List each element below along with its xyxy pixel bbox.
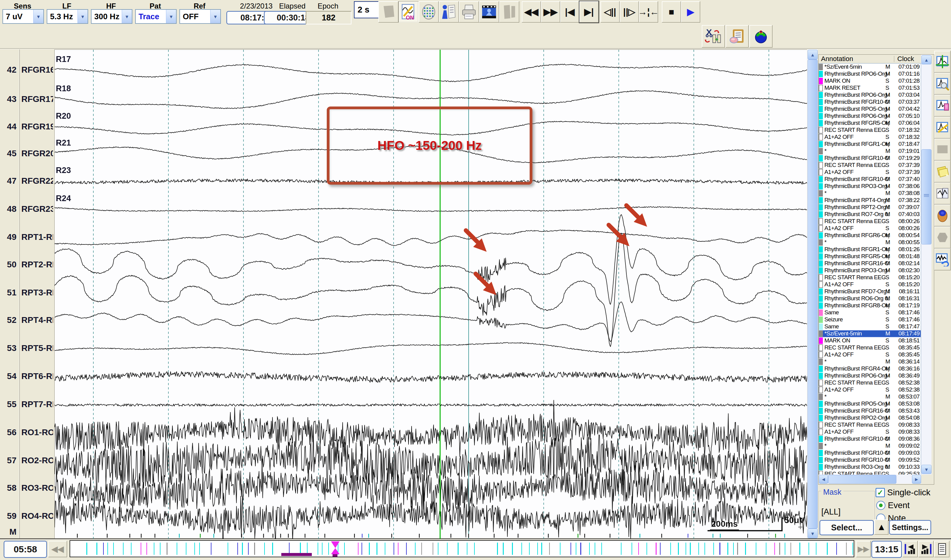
channel-row[interactable]: M [0, 527, 54, 537]
channel-row[interactable]: 51RPT3-RF [0, 288, 54, 298]
transport-center-cursor-button[interactable]: →¦← [639, 1, 658, 23]
transport-play-button[interactable]: ▶ [681, 1, 700, 23]
annotation-row[interactable]: RhythmicBurst RFGR5-Org 0M07:06:04 [819, 120, 921, 127]
field-dropdown-lf[interactable]: 5.3 Hz▼ [47, 9, 88, 24]
annotation-row[interactable]: *M08:00:55 [819, 239, 921, 246]
annotation-row[interactable]: MARK ONS07:01:28 [819, 77, 921, 85]
channel-row[interactable]: 59RO4-RO5 [0, 511, 54, 521]
split-view-icon[interactable] [934, 183, 951, 205]
channel-row[interactable]: 44RFGR19 [0, 122, 54, 132]
annotation-list[interactable]: *Sz/Event-5minM07:01:09RhythmicBurst RPO… [819, 63, 921, 475]
blank-disabled-icon[interactable] [934, 138, 951, 160]
transport-rewind-button[interactable]: ◀◀ [522, 1, 541, 23]
annotation-row[interactable]: RhythmicBurst RO3-Org 0.99M09:10:33 [819, 463, 921, 471]
channel-row[interactable]: 49RPT1-RF [0, 232, 54, 242]
annotation-row[interactable]: *M08:36:14 [819, 358, 921, 365]
channel-row[interactable]: 50RPT2-RF [0, 259, 54, 270]
marker-triangle-button[interactable]: ▲ [874, 519, 888, 535]
annotation-row[interactable]: *Sz/Event-5minM08:17:49 [819, 330, 921, 337]
transport-fast-forward-button[interactable]: ▶▶ [541, 1, 560, 23]
trend-annotate-icon[interactable] [934, 95, 951, 117]
annotation-row[interactable]: RhythmicBurst RPO5-Org 0.9M07:04:42 [819, 106, 921, 112]
annotation-row[interactable]: RhythmicBurst RPO5-Org 0.9M08:53:08 [819, 400, 921, 408]
annotation-row[interactable]: RhythmicBurst RFGR10-OrgM07:03:37 [819, 98, 921, 106]
event-list-button[interactable] [934, 541, 949, 557]
timeline-rewind-button[interactable]: ◀◀ [48, 541, 67, 557]
chevron-down-icon[interactable]: ▼ [210, 10, 220, 23]
annotation-row[interactable]: RhythmicBurst RFGR16-OrgM08:53:43 [819, 408, 921, 414]
annotation-row[interactable]: A1+A2 OFFS07:37:39 [819, 169, 921, 176]
chevron-down-icon[interactable]: ▼ [33, 10, 43, 23]
prune-clips-icon[interactable]: + [702, 25, 725, 48]
annotation-row[interactable]: *M09:09:02 [819, 443, 921, 449]
brain-topo-icon[interactable] [934, 205, 951, 226]
scroll-up-icon[interactable]: ▲ [922, 55, 931, 65]
annotation-row[interactable]: SameS08:17:46 [819, 309, 921, 316]
annotation-row[interactable]: REC START Renna EEGS08:15:20 [819, 274, 921, 281]
annotation-row[interactable]: A1+A2 OFFS08:35:45 [819, 351, 921, 358]
annotation-row[interactable]: RhythmicBurst RFGR10-OrgM09:09:03 [819, 449, 921, 457]
video-icon[interactable] [479, 1, 499, 23]
annotation-row[interactable]: RhythmicBurst RPT4-Org 0.9M07:38:22 [819, 197, 921, 204]
transport-step-back-button[interactable]: ◁|| [600, 1, 620, 23]
annotation-row[interactable]: RhythmicBurst RPO6-Org 0.9M07:03:04 [819, 92, 921, 98]
histogram-prev-button[interactable] [902, 541, 918, 557]
histogram-next-button[interactable] [918, 541, 934, 557]
field-dropdown-hf[interactable]: 300 Hz▼ [91, 9, 132, 24]
topo-sphere-icon[interactable] [749, 25, 772, 48]
field-dropdown-ref[interactable]: OFF▼ [179, 9, 221, 24]
chevron-down-icon[interactable]: ▼ [122, 10, 132, 23]
notes-icon[interactable] [934, 160, 951, 183]
annotation-row[interactable]: RhythmicBurst RPO2-Org 0.9M08:54:08 [819, 414, 921, 422]
annotation-vscrollbar[interactable]: ▲ ▼ [921, 55, 931, 475]
annotation-row[interactable]: REC START Renna EEGS08:00:26 [819, 218, 921, 225]
annotation-hscroll-thumb[interactable] [828, 475, 896, 484]
single-click-option[interactable]: ✓ Single-click [876, 488, 931, 497]
transport-go-first-button[interactable]: |◀ [560, 1, 579, 23]
transport-step-forward-button[interactable]: ||▷ [620, 1, 639, 23]
channel-row[interactable]: 55RPT7-RF [0, 399, 54, 409]
scroll-left-icon[interactable]: ◀ [819, 475, 828, 484]
annotation-row[interactable]: RhythmicBurst RFGR8-Org 0M08:17:19 [819, 302, 921, 309]
annotation-row[interactable]: RhythmicBurst RFD7-Org 0.9M08:16:11 [819, 288, 921, 295]
select-button[interactable]: Select... [820, 520, 874, 535]
trace-scroll-thumb[interactable] [808, 60, 818, 529]
channel-row[interactable]: 54RPT6-RF [0, 371, 54, 382]
trace-scrollbar[interactable]: ▲ ▼ [807, 49, 818, 538]
chevron-down-icon[interactable]: ▼ [166, 10, 176, 23]
annotation-row[interactable]: A1+A2 OFFS08:52:38 [819, 386, 921, 393]
annotation-row[interactable]: RhythmicBurst RFGR10-OrgM09:09:52 [819, 457, 921, 463]
annotation-row[interactable]: *Sz/Event-5minM07:01:09 [819, 63, 921, 71]
annotation-row[interactable]: REC START Renna EEGS07:18:32 [819, 127, 921, 134]
field-dropdown-sens[interactable]: 7 uV▼ [2, 9, 44, 24]
scroll-right-icon[interactable]: ▶ [912, 475, 921, 484]
document-disabled-icon[interactable] [379, 1, 399, 23]
annotation-row[interactable]: RhythmicBurst RFGR5-Org 0M08:01:48 [819, 253, 921, 260]
annotation-row[interactable]: REC START Renna EEGS07:37:39 [819, 162, 921, 169]
annotation-row[interactable]: REC START Renna EEGS08:52:38 [819, 379, 921, 386]
transport-stop-button[interactable]: ■ [662, 1, 681, 23]
annotation-row[interactable]: MARK RESETS07:01:53 [819, 85, 921, 92]
trace-area[interactable]: R17R18R20R21R23R24 HFO ~150-200 Hz 200ms… [54, 49, 807, 539]
scroll-down-icon[interactable]: ▼ [808, 529, 818, 538]
annotation-row[interactable]: RhythmicBurst RPO6-Org 0.9M07:01:16 [819, 71, 921, 77]
channel-row[interactable]: 45RFGR20 [0, 148, 54, 159]
trend-measure-icon[interactable] [934, 51, 951, 72]
radio-selected-icon[interactable] [876, 501, 885, 510]
annotation-hscrollbar[interactable]: ◀ ▶ [819, 475, 921, 484]
annotation-row[interactable]: RhythmicBurst RFGR4-Org 0M08:36:16 [819, 365, 921, 372]
door-disabled-icon[interactable] [499, 1, 519, 23]
annotation-row[interactable]: A1+A2 OFFS07:18:32 [819, 134, 921, 141]
annotation-row[interactable]: RhythmicBurst RPO3-Org 0.9M07:38:06 [819, 183, 921, 190]
annotation-row[interactable]: REC START Renna EEGS08:35:45 [819, 344, 921, 351]
timeline-navigator[interactable] [69, 540, 854, 557]
annotation-row[interactable]: *M07:38:08 [819, 190, 921, 197]
annotation-row[interactable]: A1+A2 OFFS08:15:20 [819, 281, 921, 288]
annotation-column-header[interactable]: Annotation [819, 55, 894, 63]
annotation-row[interactable]: RhythmicBurst RO7-Org 0.99M07:40:03 [819, 211, 921, 218]
channel-row[interactable]: 42RFGR16 [0, 65, 54, 75]
annotation-row[interactable]: MARK ONS08:18:51 [819, 337, 921, 344]
checkbox-checked-icon[interactable]: ✓ [876, 488, 885, 497]
annotation-row[interactable]: RhythmicBurst RFGR10-OrgM07:19:29 [819, 155, 921, 162]
channel-row[interactable]: 52RPT4-RF [0, 315, 54, 325]
